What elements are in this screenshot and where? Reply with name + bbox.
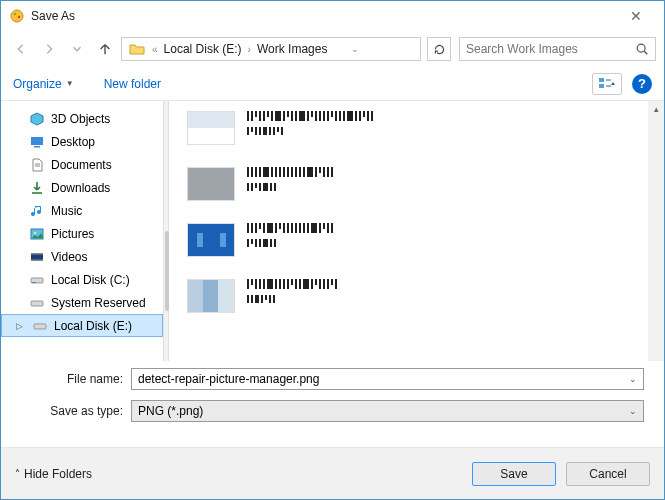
drive-icon — [32, 318, 48, 334]
svg-point-3 — [637, 44, 645, 52]
tree-item-music[interactable]: Music — [1, 199, 163, 222]
file-list[interactable]: ▴ — [169, 101, 664, 361]
file-meta-redacted — [247, 127, 373, 135]
tree-item-desktop[interactable]: Desktop — [1, 130, 163, 153]
file-item[interactable] — [187, 111, 664, 145]
address-bar[interactable]: « Local Disk (E:) › Work Images ⌄ — [121, 37, 421, 61]
chevron-left-icon: « — [150, 44, 160, 55]
nav-tree[interactable]: 3D Objects Desktop Documents Downloads M… — [1, 101, 163, 361]
file-meta-redacted — [247, 183, 333, 191]
view-options-button[interactable] — [592, 73, 622, 95]
file-name-redacted — [247, 167, 333, 177]
search-input[interactable] — [466, 42, 635, 56]
drive-icon — [29, 272, 45, 288]
thumbnail — [187, 111, 235, 145]
tree-item-documents[interactable]: Documents — [1, 153, 163, 176]
organize-label: Organize — [13, 77, 62, 91]
videos-icon — [29, 249, 45, 265]
help-button[interactable]: ? — [632, 74, 652, 94]
address-dropdown[interactable]: ⌄ — [331, 44, 360, 54]
body: 3D Objects Desktop Documents Downloads M… — [1, 101, 664, 361]
svg-rect-18 — [31, 259, 43, 261]
filename-input[interactable] — [138, 372, 629, 386]
tree-item-3d-objects[interactable]: 3D Objects — [1, 107, 163, 130]
scrollbar[interactable]: ▴ — [648, 101, 664, 361]
filetype-row: Save as type: PNG (*.png) ⌄ — [1, 397, 664, 425]
organize-menu[interactable]: Organize ▼ — [13, 77, 74, 91]
tree-item-videos[interactable]: Videos — [1, 245, 163, 268]
svg-line-4 — [644, 51, 647, 54]
tree-label: Downloads — [51, 181, 110, 195]
up-button[interactable] — [93, 37, 117, 61]
filetype-combo[interactable]: PNG (*.png) ⌄ — [131, 400, 644, 422]
chevron-up-icon: ˄ — [15, 468, 20, 479]
hide-folders-toggle[interactable]: ˄ Hide Folders — [15, 467, 92, 481]
downloads-icon — [29, 180, 45, 196]
navbar: « Local Disk (E:) › Work Images ⌄ — [1, 31, 664, 67]
tree-label: Documents — [51, 158, 112, 172]
file-item[interactable] — [187, 279, 664, 313]
tree-item-local-disk-c[interactable]: Local Disk (C:) — [1, 268, 163, 291]
svg-rect-20 — [32, 282, 36, 283]
svg-point-0 — [11, 10, 23, 22]
window-title: Save As — [31, 9, 616, 23]
back-button[interactable] — [9, 37, 33, 61]
close-button[interactable]: ✕ — [616, 1, 656, 31]
folder-icon — [128, 40, 146, 58]
pictures-icon — [29, 226, 45, 242]
svg-rect-21 — [31, 301, 43, 306]
new-folder-button[interactable]: New folder — [104, 77, 161, 91]
cancel-button[interactable]: Cancel — [566, 462, 650, 486]
tree-label: Videos — [51, 250, 87, 264]
svg-point-1 — [14, 13, 16, 15]
chevron-down-icon: ▼ — [66, 79, 74, 88]
tree-label: 3D Objects — [51, 112, 110, 126]
svg-rect-22 — [34, 324, 46, 329]
tree-label: Local Disk (C:) — [51, 273, 130, 287]
save-button[interactable]: Save — [472, 462, 556, 486]
file-meta-redacted — [247, 239, 333, 247]
file-name-redacted — [247, 223, 333, 233]
filename-field[interactable]: ⌄ — [131, 368, 644, 390]
tree-item-downloads[interactable]: Downloads — [1, 176, 163, 199]
svg-rect-6 — [599, 84, 604, 88]
scroll-up-icon[interactable]: ▴ — [648, 101, 664, 117]
titlebar: Save As ✕ — [1, 1, 664, 31]
search-box[interactable] — [459, 37, 656, 61]
tree-label: Music — [51, 204, 82, 218]
refresh-button[interactable] — [427, 37, 451, 61]
svg-rect-9 — [31, 137, 43, 145]
expand-icon[interactable]: ▷ — [16, 321, 26, 331]
svg-rect-5 — [599, 78, 604, 82]
tree-label: Desktop — [51, 135, 95, 149]
breadcrumb-item[interactable]: Local Disk (E:) — [160, 42, 246, 56]
breadcrumb-item[interactable]: Work Images — [253, 42, 331, 56]
tree-item-local-disk-e[interactable]: ▷ Local Disk (E:) — [1, 314, 163, 337]
drive-icon — [29, 295, 45, 311]
file-meta-redacted — [247, 295, 337, 303]
tree-item-system-reserved[interactable]: System Reserved — [1, 291, 163, 314]
file-name-redacted — [247, 279, 337, 289]
svg-rect-10 — [34, 146, 40, 148]
thumbnail — [187, 167, 235, 201]
chevron-down-icon[interactable]: ⌄ — [629, 374, 637, 384]
forward-button[interactable] — [37, 37, 61, 61]
svg-point-2 — [18, 16, 20, 18]
file-item[interactable] — [187, 223, 664, 257]
tree-item-pictures[interactable]: Pictures — [1, 222, 163, 245]
hide-folders-label: Hide Folders — [24, 467, 92, 481]
music-icon — [29, 203, 45, 219]
file-item[interactable] — [187, 167, 664, 201]
app-icon — [9, 8, 25, 24]
svg-rect-17 — [31, 253, 43, 255]
toolbar: Organize ▼ New folder ? — [1, 67, 664, 101]
documents-icon — [29, 157, 45, 173]
recent-dropdown[interactable] — [65, 37, 89, 61]
filetype-label: Save as type: — [21, 404, 131, 418]
search-icon[interactable] — [635, 42, 649, 56]
filetype-value: PNG (*.png) — [138, 404, 629, 418]
chevron-down-icon: ⌄ — [629, 406, 637, 416]
tree-label: Local Disk (E:) — [54, 319, 132, 333]
filename-row: File name: ⌄ — [1, 365, 664, 393]
desktop-icon — [29, 134, 45, 150]
